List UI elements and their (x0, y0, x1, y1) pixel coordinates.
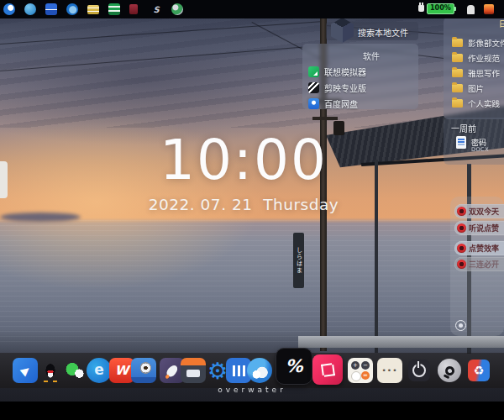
notes-yellow-icon[interactable] (87, 5, 99, 14)
percent-glyph: % (285, 358, 302, 375)
folder-item[interactable]: 图片 (452, 82, 484, 94)
paperplane-glyph: ▶ (18, 363, 32, 376)
swirl-gray-icon[interactable]: S (150, 3, 162, 15)
paperplane-app-icon[interactable]: ▶ (13, 358, 38, 383)
edge-circle-icon[interactable] (66, 3, 78, 15)
record-dot-icon (457, 207, 466, 216)
task-pill[interactable]: 听说点赞 (454, 221, 504, 235)
capcut-app-icon (308, 82, 319, 93)
folder-label: 个人实践 (468, 97, 500, 109)
cube-3d-icon (331, 18, 354, 43)
wechat-icon[interactable] (62, 358, 87, 383)
folder-label: 作业规范 (468, 52, 500, 64)
local-search-label: 搜索本地文件 (358, 26, 408, 39)
ghost-tray-icon[interactable] (467, 5, 475, 14)
record-dot-icon (457, 223, 466, 233)
recent-group-label: 一周前 (451, 122, 476, 134)
launcher-app-label: 联想模拟器 (324, 66, 366, 78)
folder-shortcuts-panel: 日 影像部文件 作业规范 雅思写作 图片 个人实践 (444, 17, 504, 119)
tasks-panel: 双双今天 听说点赞 点赞效率 三连必开 (450, 197, 504, 336)
clock-date: 2022. 07. 21 Thursday (118, 196, 370, 213)
crop-app-icon[interactable] (312, 354, 343, 385)
calculator-buttons: +−×= (350, 360, 370, 381)
folder-icon (452, 54, 463, 62)
folder-item[interactable]: 雅思写作 (452, 67, 500, 79)
task-pill[interactable]: 双双今天 (454, 204, 504, 218)
folder-label: 雅思写作 (468, 67, 500, 79)
globe-blue-icon[interactable] (24, 3, 36, 15)
folder-icon (452, 99, 463, 108)
watermark-text: overwater (193, 386, 311, 394)
task-label: 三连必开 (469, 259, 499, 270)
desktop-screen: しらはま S 100% 10:00 2022. 07. 21 Thursday … (0, 0, 504, 420)
emulator-app-icon (308, 66, 319, 77)
more-dots-icon[interactable]: ••• (377, 358, 402, 383)
wallpaper-pole-crossarm (312, 117, 338, 120)
wallpaper-roof-leg (375, 160, 378, 353)
recent-file-meta: DOCX (471, 146, 489, 153)
word-blue-icon[interactable] (3, 3, 15, 15)
windows-blue-icon[interactable] (45, 3, 57, 15)
folder-item[interactable]: 作业规范 (452, 52, 500, 64)
folder-icon (452, 39, 463, 47)
percent-app-icon[interactable]: % (276, 348, 312, 385)
recycle-glyph: ♻ (474, 365, 485, 376)
power-icon[interactable] (408, 360, 430, 381)
record-dot-icon (457, 260, 466, 269)
orange-box-tray-icon[interactable] (484, 4, 494, 14)
clock-widget: 10:00 2022. 07. 21 Thursday (118, 133, 370, 213)
folder-icon (452, 69, 463, 77)
clipped-header-text: 日 (499, 18, 504, 29)
wallpaper-clouds (0, 18, 504, 128)
top-bar: S 100% (0, 0, 504, 18)
software-section-label: 软件 (363, 50, 380, 62)
launcher-app-netdisk[interactable]: 百度网盘 (308, 97, 358, 110)
edge-browser-icon[interactable]: e (87, 358, 112, 383)
task-pill[interactable]: 三连必开 (454, 257, 504, 271)
document-icon[interactable] (456, 136, 466, 149)
netdisk-app-icon (308, 98, 319, 109)
toolbox-app-icon[interactable] (181, 358, 206, 383)
wallpaper-island (0, 213, 81, 222)
wallpaper-white-post (0, 161, 8, 198)
station-sign-text: しらはま (295, 247, 303, 274)
task-label: 双双今天 (469, 206, 499, 217)
qq-icon[interactable] (38, 358, 63, 383)
launcher-app-label: 剪映专业版 (324, 81, 366, 94)
edge-glyph: e (94, 363, 104, 377)
folder-label: 图片 (468, 82, 484, 94)
battery-percent: 100% (427, 3, 454, 14)
weather-cloud-icon[interactable] (247, 358, 272, 383)
launcher-app-capcut[interactable]: 剪映专业版 (308, 81, 366, 94)
folder-label: 影像部文件 (468, 37, 504, 49)
task-label: 点赞效率 (469, 243, 499, 254)
dots-glyph: ••• (382, 367, 398, 375)
launcher-app-label: 百度网盘 (324, 97, 358, 110)
record-dot-icon (457, 244, 466, 253)
plug-icon (418, 5, 424, 12)
folder-icon (452, 84, 463, 92)
folder-item[interactable]: 个人实践 (452, 97, 500, 109)
calculator-icon[interactable]: +−×= (348, 358, 373, 383)
internet-globe-icon[interactable] (171, 3, 183, 15)
crop-glyph (321, 363, 335, 377)
folder-item[interactable]: 影像部文件 (452, 37, 504, 49)
rocket-glyph (165, 363, 179, 378)
software-launcher-panel: 软件 联想模拟器 剪映专业版 百度网盘 (302, 44, 418, 109)
orb-glyph (444, 365, 455, 376)
search-orb-icon[interactable] (438, 359, 461, 382)
recycle-bin-icon[interactable]: ♻ (468, 360, 490, 381)
task-label: 听说点赞 (469, 223, 499, 234)
power-glyph (412, 364, 426, 377)
minion-app-icon[interactable] (131, 358, 156, 383)
recent-files-panel: 一周前 密码 DOCX (444, 118, 504, 165)
task-pill[interactable]: 点赞效率 (454, 241, 504, 255)
battery-indicator: 100% (418, 3, 454, 14)
clock-time: 10:00 (118, 133, 370, 188)
excel-green-icon[interactable] (108, 3, 120, 15)
panel-more-icon[interactable] (455, 320, 466, 331)
access-red-icon[interactable] (129, 4, 138, 14)
launcher-app-emulator[interactable]: 联想模拟器 (308, 66, 366, 78)
bottom-black-strip (0, 402, 504, 420)
local-search-header[interactable]: 搜索本地文件 (326, 22, 418, 40)
